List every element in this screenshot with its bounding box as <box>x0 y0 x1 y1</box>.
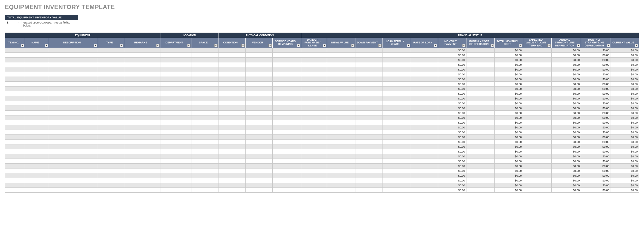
cell-service-years-remaining[interactable] <box>273 178 301 183</box>
cell-date-of-purchase-lease[interactable] <box>301 87 327 91</box>
cell-name[interactable] <box>25 144 49 149</box>
cell-monthly-payment[interactable]: $0.00 <box>438 144 466 149</box>
cell-date-of-purchase-lease[interactable] <box>301 169 327 173</box>
cell-remarks[interactable] <box>124 67 160 72</box>
cell-type[interactable] <box>98 183 124 188</box>
cell-monthly-cost-of-operation[interactable] <box>466 82 495 87</box>
cell-vendor[interactable] <box>246 120 273 125</box>
cell-current-value[interactable]: $0.00 <box>611 53 639 58</box>
cell-vendor[interactable] <box>246 140 273 144</box>
cell-remarks[interactable] <box>124 96 160 101</box>
cell-service-years-remaining[interactable] <box>273 183 301 188</box>
cell-down-payment[interactable] <box>355 169 382 173</box>
cell-department[interactable] <box>160 91 191 96</box>
cell-initial-value[interactable] <box>327 125 355 130</box>
cell-monthly-cost-of-operation[interactable] <box>466 111 495 115</box>
cell-type[interactable] <box>98 115 124 120</box>
cell-down-payment[interactable] <box>355 164 382 169</box>
cell-name[interactable] <box>25 135 49 140</box>
cell-annual-straight-line-depreciation[interactable]: $0.00 <box>551 115 581 120</box>
cell-department[interactable] <box>160 96 191 101</box>
cell-department[interactable] <box>160 77 191 82</box>
cell-remarks[interactable] <box>124 53 160 58</box>
cell-condition[interactable] <box>218 164 246 169</box>
cell-rate-of-loan[interactable] <box>411 96 438 101</box>
cell-annual-straight-line-depreciation[interactable]: $0.00 <box>551 77 581 82</box>
cell-remarks[interactable] <box>124 48 160 53</box>
cell-current-value[interactable]: $0.00 <box>611 140 639 144</box>
cell-rate-of-loan[interactable] <box>411 159 438 164</box>
cell-initial-value[interactable] <box>327 130 355 135</box>
cell-monthly-straight-line-depreciation[interactable]: $0.00 <box>581 135 611 140</box>
cell-annual-straight-line-depreciation[interactable]: $0.00 <box>551 58 581 62</box>
filter-dropdown-icon[interactable] <box>297 44 300 47</box>
cell-rate-of-loan[interactable] <box>411 53 438 58</box>
cell-date-of-purchase-lease[interactable] <box>301 183 327 188</box>
cell-item-no[interactable] <box>5 125 25 130</box>
cell-expected-value-at-loan-term-end[interactable] <box>523 154 551 159</box>
cell-initial-value[interactable] <box>327 140 355 144</box>
cell-condition[interactable] <box>218 169 246 173</box>
cell-name[interactable] <box>25 106 49 111</box>
cell-annual-straight-line-depreciation[interactable]: $0.00 <box>551 48 581 53</box>
cell-name[interactable] <box>25 91 49 96</box>
cell-loan-term-in-years[interactable] <box>382 144 411 149</box>
cell-monthly-cost-of-operation[interactable] <box>466 53 495 58</box>
cell-space[interactable] <box>191 115 218 120</box>
filter-dropdown-icon[interactable] <box>607 44 610 47</box>
cell-item-no[interactable] <box>5 173 25 178</box>
cell-annual-straight-line-depreciation[interactable]: $0.00 <box>551 125 581 130</box>
cell-down-payment[interactable] <box>355 87 382 91</box>
cell-condition[interactable] <box>218 149 246 154</box>
cell-annual-straight-line-depreciation[interactable]: $0.00 <box>551 82 581 87</box>
cell-rate-of-loan[interactable] <box>411 87 438 91</box>
cell-type[interactable] <box>98 144 124 149</box>
cell-vendor[interactable] <box>246 72 273 77</box>
cell-expected-value-at-loan-term-end[interactable] <box>523 183 551 188</box>
cell-total-monthly-cost[interactable]: $0.00 <box>495 120 523 125</box>
cell-department[interactable] <box>160 140 191 144</box>
cell-monthly-cost-of-operation[interactable] <box>466 188 495 193</box>
cell-monthly-cost-of-operation[interactable] <box>466 115 495 120</box>
cell-remarks[interactable] <box>124 135 160 140</box>
cell-expected-value-at-loan-term-end[interactable] <box>523 130 551 135</box>
cell-name[interactable] <box>25 58 49 62</box>
cell-rate-of-loan[interactable] <box>411 115 438 120</box>
cell-condition[interactable] <box>218 135 246 140</box>
cell-service-years-remaining[interactable] <box>273 173 301 178</box>
cell-vendor[interactable] <box>246 149 273 154</box>
cell-description[interactable] <box>49 169 98 173</box>
cell-loan-term-in-years[interactable] <box>382 106 411 111</box>
filter-dropdown-icon[interactable] <box>45 44 48 47</box>
cell-current-value[interactable]: $0.00 <box>611 58 639 62</box>
cell-description[interactable] <box>49 173 98 178</box>
cell-down-payment[interactable] <box>355 130 382 135</box>
cell-name[interactable] <box>25 183 49 188</box>
cell-initial-value[interactable] <box>327 101 355 106</box>
cell-item-no[interactable] <box>5 164 25 169</box>
cell-condition[interactable] <box>218 178 246 183</box>
cell-item-no[interactable] <box>5 130 25 135</box>
cell-remarks[interactable] <box>124 101 160 106</box>
cell-current-value[interactable]: $0.00 <box>611 178 639 183</box>
cell-space[interactable] <box>191 111 218 115</box>
cell-current-value[interactable]: $0.00 <box>611 149 639 154</box>
cell-current-value[interactable]: $0.00 <box>611 130 639 135</box>
cell-monthly-cost-of-operation[interactable] <box>466 125 495 130</box>
cell-date-of-purchase-lease[interactable] <box>301 77 327 82</box>
cell-item-no[interactable] <box>5 101 25 106</box>
cell-space[interactable] <box>191 183 218 188</box>
cell-monthly-straight-line-depreciation[interactable]: $0.00 <box>581 140 611 144</box>
cell-remarks[interactable] <box>124 77 160 82</box>
cell-type[interactable] <box>98 72 124 77</box>
cell-date-of-purchase-lease[interactable] <box>301 48 327 53</box>
cell-monthly-payment[interactable]: $0.00 <box>438 67 466 72</box>
cell-loan-term-in-years[interactable] <box>382 173 411 178</box>
cell-space[interactable] <box>191 87 218 91</box>
cell-monthly-payment[interactable]: $0.00 <box>438 106 466 111</box>
cell-rate-of-loan[interactable] <box>411 111 438 115</box>
cell-service-years-remaining[interactable] <box>273 159 301 164</box>
cell-type[interactable] <box>98 154 124 159</box>
cell-date-of-purchase-lease[interactable] <box>301 125 327 130</box>
cell-type[interactable] <box>98 111 124 115</box>
